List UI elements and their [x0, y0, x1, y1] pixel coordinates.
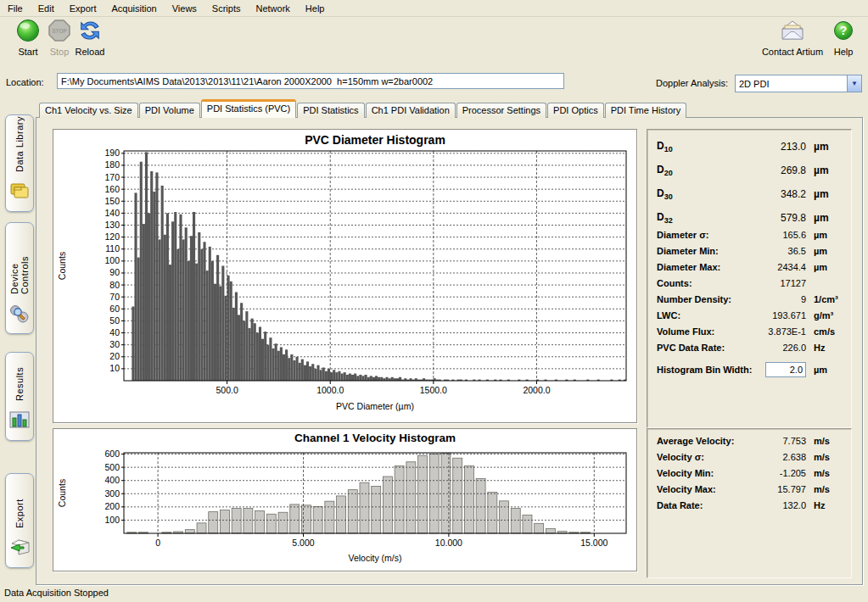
sidebar-item-export[interactable]: Export [5, 473, 34, 568]
menu-item[interactable]: Help [298, 2, 333, 15]
menu-item[interactable]: File [0, 2, 31, 15]
help-icon: ? [828, 17, 859, 44]
reload-icon [71, 17, 109, 44]
export-arrow-icon [8, 537, 31, 557]
histogram-bin-width-input[interactable] [765, 362, 806, 377]
menu-item[interactable]: Acquisition [104, 2, 165, 15]
svg-text:300: 300 [104, 488, 120, 499]
status-bar-text: Data Acquisition Stopped [4, 588, 109, 598]
menu-item[interactable]: Network [248, 2, 297, 15]
svg-text:130: 130 [104, 220, 120, 230]
histogram-bin-width-row: Histogram Bin Width: µm [647, 359, 851, 381]
velocity-histogram-panel: 10020030040050060005.00010.00015.000Chan… [53, 428, 637, 571]
diameter-statistics-panel: D10 213.0 µm D20 269.8 µm D30 348.2 µm D… [647, 129, 852, 428]
svg-text:150: 150 [104, 196, 120, 206]
svg-text:120: 120 [104, 231, 120, 242]
tab-pdi-statistics-pvc[interactable]: PDI Statistics (PVC) [201, 99, 296, 118]
stat-row: PVC Data Rate: 226.0 Hz [647, 343, 851, 359]
doppler-analysis-label: Doppler Analysis: [656, 78, 728, 88]
svg-text:400: 400 [104, 475, 120, 485]
svg-text:Channel 1 Velocity Histogram: Channel 1 Velocity Histogram [294, 432, 456, 444]
svg-text:Counts: Counts [57, 252, 67, 280]
stat-row: Data Rate: 132.0 Hz [647, 500, 851, 516]
svg-text:5.000: 5.000 [292, 538, 314, 548]
svg-text:140: 140 [104, 208, 120, 218]
stat-row: D30 348.2 µm [647, 182, 851, 206]
menu-item[interactable]: Edit [31, 2, 62, 15]
svg-text:600: 600 [104, 449, 120, 459]
sidebar-item-data-library[interactable]: Data Library [5, 114, 34, 212]
svg-text:80: 80 [109, 280, 120, 290]
doppler-analysis-select[interactable]: 2D PDI ▼ [735, 75, 862, 92]
location-input[interactable] [57, 73, 564, 89]
svg-text:190: 190 [104, 148, 120, 158]
svg-text:50: 50 [109, 315, 120, 326]
svg-text:PVC Diameter (µm): PVC Diameter (µm) [336, 401, 414, 411]
stat-row: D20 269.8 µm [647, 159, 851, 182]
start-icon [10, 17, 46, 44]
tab-ch1-pdi-validation[interactable]: Ch1 PDI Validation [366, 103, 456, 118]
svg-text:110: 110 [105, 243, 120, 254]
svg-text:500: 500 [104, 462, 120, 472]
menu-item[interactable]: Views [165, 2, 204, 15]
menu-item[interactable]: Export [62, 2, 104, 15]
svg-text:500.0: 500.0 [216, 385, 238, 395]
svg-text:90: 90 [109, 267, 120, 277]
svg-text:10: 10 [109, 363, 120, 373]
stat-row: Velocity Min: -1.205 m/s [647, 468, 851, 484]
velocity-histogram-chart: 10020030040050060005.00010.00015.000Chan… [53, 429, 633, 567]
svg-text:10.000: 10.000 [435, 538, 462, 548]
stat-row: Average Velocity: 7.753 m/s [647, 436, 851, 452]
results-chart-icon [8, 410, 31, 430]
svg-text:180: 180 [104, 159, 120, 170]
histogram-bin-width-unit: µm [806, 365, 844, 375]
pvc-diameter-histogram-chart: 1020304050607080901001101201301401501601… [53, 130, 633, 419]
tab-pdi-statistics[interactable]: PDI Statistics [297, 103, 364, 118]
svg-text:100: 100 [104, 515, 120, 525]
doppler-analysis-value: 2D PDI [736, 79, 847, 89]
stat-row: Counts: 17127 [647, 278, 851, 294]
svg-text:Velocity (m/s): Velocity (m/s) [348, 553, 401, 563]
svg-text:1000.0: 1000.0 [316, 385, 344, 395]
stat-row: D10 213.0 µm [647, 135, 851, 159]
velocity-statistics-panel: Average Velocity: 7.753 m/s Velocity σ: … [647, 428, 852, 578]
svg-text:?: ? [840, 24, 848, 37]
help-button[interactable]: ? Help [828, 17, 859, 57]
tab-pdi-volume[interactable]: PDI Volume [139, 103, 200, 118]
sidebar-item-device-controls[interactable]: Device Controls [5, 222, 34, 334]
stat-row: Diameter Min: 36.5 µm [647, 246, 851, 262]
reload-button[interactable]: Reload [71, 17, 109, 57]
envelope-icon [758, 17, 827, 44]
folder-icon [8, 181, 31, 201]
tab-bar: Ch1 Velocity vs. SizePDI VolumePDI Stati… [39, 101, 687, 118]
stat-row: LWC: 193.671 g/m³ [647, 310, 851, 326]
tab-pdi-optics[interactable]: PDI Optics [547, 103, 604, 118]
stat-row: Number Density: 9 1/cm³ [647, 294, 851, 310]
tab-ch1-velocity-vs-size[interactable]: Ch1 Velocity vs. Size [39, 103, 138, 118]
stat-row: Velocity σ: 2.638 m/s [647, 452, 851, 468]
chevron-down-icon[interactable]: ▼ [847, 75, 861, 92]
svg-text:200: 200 [104, 501, 120, 511]
svg-text:15.000: 15.000 [580, 538, 608, 548]
histogram-bin-width-label: Histogram Bin Width: [657, 365, 765, 375]
svg-text:STOP: STOP [52, 28, 67, 34]
stat-row: Diameter Max: 2434.4 µm [647, 262, 851, 278]
svg-text:70: 70 [109, 292, 120, 302]
svg-text:PVC Diameter Histogram: PVC Diameter Histogram [305, 133, 445, 147]
svg-text:1500.0: 1500.0 [420, 385, 447, 395]
location-label: Location: [6, 77, 44, 87]
pvc-diameter-histogram-panel: 1020304050607080901001101201301401501601… [53, 129, 637, 423]
tab-processor-settings[interactable]: Processor Settings [456, 103, 546, 118]
menu-item[interactable]: Scripts [204, 2, 249, 15]
svg-text:Counts: Counts [57, 479, 67, 507]
start-button[interactable]: Start [10, 17, 46, 57]
tab-pdi-time-history[interactable]: PDI Time History [605, 103, 687, 118]
svg-text:2000.0: 2000.0 [523, 385, 550, 395]
svg-text:40: 40 [109, 327, 120, 337]
contact-artium-button[interactable]: Contact Artium [758, 17, 827, 57]
svg-text:100: 100 [104, 255, 120, 265]
svg-text:60: 60 [109, 304, 120, 314]
stat-row: Velocity Max: 15.797 m/s [647, 484, 851, 500]
menu-bar: FileEditExportAcquisitionViewsScriptsNet… [0, 0, 868, 17]
sidebar-item-results[interactable]: Results [5, 352, 34, 441]
